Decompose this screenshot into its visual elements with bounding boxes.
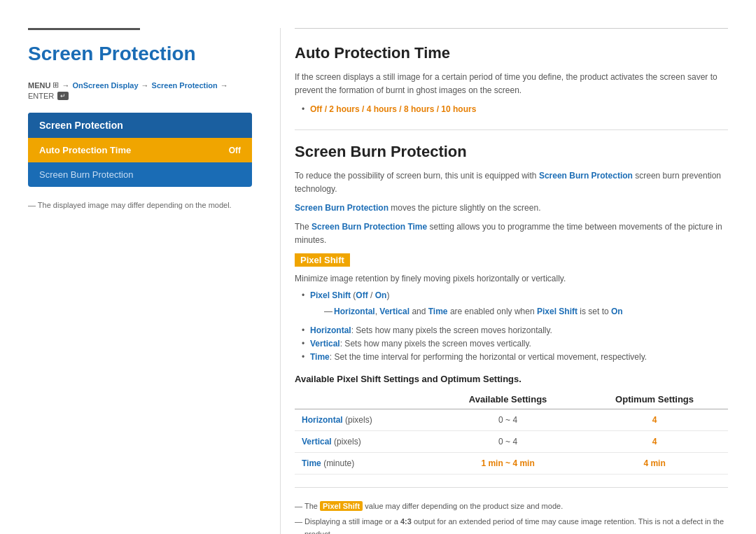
section-desc-screen-burn-2: Screen Burn Protection moves the picture… [295,202,728,215]
section-desc-auto-protection: If the screen displays a still image for… [295,71,728,97]
bullet-horizontal: Horizontal: Sets how many pixels the scr… [302,324,728,337]
right-panel: Auto Protection Time If the screen displ… [280,28,728,534]
breadcrumb-link2: Screen Protection [152,81,218,90]
ratio-label: 4:3 [400,517,412,526]
table-cell-optimum: 4 [581,409,728,431]
table-cell-label: Time (minute) [295,453,435,475]
table-row: Vertical (pixels) 0 ~ 4 4 [295,431,728,453]
breadcrumb-arrow1: → [62,81,69,90]
time-label: Time [310,352,330,362]
breadcrumb-link1: OnScreen Display [72,81,138,90]
top-rule-right [295,28,728,29]
section-desc-screen-burn-3: The Screen Burn Protection Time setting … [295,220,728,247]
bullet-time: Time: Set the time interval for performi… [302,351,728,364]
pixel-shift-link: Pixel Shift [537,307,578,316]
pixel-shift-onoff-label: Pixel Shift [310,290,351,300]
time-row-label: Time [302,458,321,468]
pixel-shift-bullets: Pixel Shift (Off / On) Horizontal, Verti… [302,289,728,365]
section-title-auto-protection: Auto Protection Time [295,44,728,62]
vertical-link: Vertical [379,307,410,316]
optimum-value: 4 [652,437,657,447]
time-available: 1 min ~ 4 min [481,458,534,468]
bullet-colored-text: Off / 2 hours / 4 hours / 8 hours / 10 h… [310,104,476,114]
page: Screen Protection MENU ⊞ → OnScreen Disp… [0,0,756,534]
horizontal-row-label: Horizontal [302,415,343,425]
horizontal-label: Horizontal [310,325,351,335]
table-header-row: Available Settings Optimum Settings [295,390,728,409]
table-section-title: Available Pixel Shift Settings and Optim… [295,374,728,384]
settings-table: Available Settings Optimum Settings Hori… [295,390,728,475]
breadcrumb-arrow3: → [220,81,228,90]
table-cell-optimum: 4 [581,431,728,453]
section-title-screen-burn: Screen Burn Protection [295,143,728,161]
table-header-empty [295,390,435,409]
optimum-value: 4 [652,415,657,425]
time-optimum: 4 min [643,458,665,468]
bullet-pixel-shift-onoff: Pixel Shift (Off / On) Horizontal, Verti… [302,289,728,318]
pixel-shift-desc: Minimize image retention by finely movin… [295,274,728,283]
table-cell-available: 0 ~ 4 [435,409,581,431]
top-rule-left [28,28,140,30]
on-link: On [611,307,623,316]
breadcrumb-menu: MENU [28,81,50,90]
menu-item-auto-protection[interactable]: Auto Protection Time Off [28,138,252,162]
table-cell-label: Horizontal (pixels) [295,409,435,431]
screen-burn-time-link: Screen Burn Protection Time [312,222,427,232]
menu-box-title: Screen Protection [28,113,252,138]
table-row: Horizontal (pixels) 0 ~ 4 4 [295,409,728,431]
section-desc-screen-burn-1: To reduce the possibility of screen burn… [295,169,728,196]
table-cell-optimum: 4 min [581,453,728,475]
bullet-vertical: Vertical: Sets how many pixels the scree… [302,337,728,351]
footer-notes: The Pixel Shift value may differ dependi… [295,500,728,534]
table-cell-available: 1 min ~ 4 min [435,453,581,475]
pixel-shift-sub-bullets: Horizontal, Vertical and Time are enable… [324,305,728,318]
breadcrumb: MENU ⊞ → OnScreen Display → Screen Prote… [28,80,252,100]
pixel-shift-title: Pixel Shift [295,253,350,267]
pixel-shift-off: Off [356,290,368,300]
table-row: Time (minute) 1 min ~ 4 min 4 min [295,453,728,475]
page-number: 115 [679,529,721,534]
left-panel: Screen Protection MENU ⊞ → OnScreen Disp… [28,28,280,534]
table-cell-available: 0 ~ 4 [435,431,581,453]
breadcrumb-enter-icon: ↵ [57,92,69,100]
table-header-available: Available Settings [435,390,581,409]
vertical-row-label: Vertical [302,437,332,447]
breadcrumb-arrow2: → [141,81,149,90]
section-divider-2 [295,487,728,488]
model-note: The displayed image may differ depending… [28,201,252,209]
table-header-optimum: Optimum Settings [581,390,728,409]
screen-burn-link: Screen Burn Protection [539,171,633,181]
vertical-label: Vertical [310,339,340,349]
time-link: Time [428,307,448,316]
menu-item-label: Auto Protection Time [39,145,131,155]
auto-protection-bullets: Off / 2 hours / 4 hours / 8 hours / 10 h… [302,103,728,116]
pixel-shift-highlight: Pixel Shift [320,501,363,511]
horizontal-link: Horizontal [334,307,375,316]
menu-item-label: Screen Burn Protection [39,169,133,180]
screen-burn-link-2: Screen Burn Protection [295,203,388,213]
pixel-shift-on: On [375,290,387,300]
breadcrumb-menu-icon: ⊞ [52,80,59,90]
menu-item-screen-burn[interactable]: Screen Burn Protection [28,162,252,187]
footer-note-2: Displaying a still image or a 4:3 output… [295,516,728,534]
menu-item-value: Off [229,146,241,155]
section-divider-1 [295,129,728,130]
sub-bullet-item: Horizontal, Vertical and Time are enable… [324,305,728,318]
bullet-item: Off / 2 hours / 4 hours / 8 hours / 10 h… [302,103,728,116]
footer-note-1: The Pixel Shift value may differ dependi… [295,500,728,513]
menu-box: Screen Protection Auto Protection Time O… [28,113,252,187]
breadcrumb-enter-label: ENTER [28,92,54,100]
table-cell-label: Vertical (pixels) [295,431,435,453]
page-title: Screen Protection [28,43,252,65]
